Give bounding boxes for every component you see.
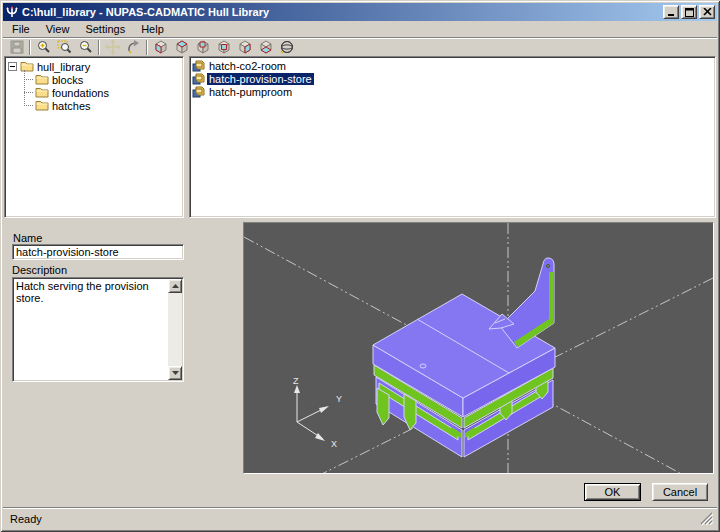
cube-bottom-face-icon: [258, 39, 274, 55]
resize-grip[interactable]: [700, 512, 713, 525]
tree-item-hatches[interactable]: hatches: [24, 99, 183, 112]
menu-view[interactable]: View: [38, 21, 78, 37]
folder-icon: [35, 74, 49, 85]
description-label: Description: [12, 264, 67, 276]
zoom-out-icon: [78, 39, 94, 55]
toolbar: [3, 38, 717, 56]
axis-y-label: Y: [336, 394, 342, 404]
list-item-hatch-pumproom[interactable]: hatch-pumproom: [192, 85, 715, 98]
list-item-label: hatch-co2-room: [207, 60, 288, 72]
name-input[interactable]: [12, 244, 184, 260]
view-iso-button[interactable]: [276, 39, 297, 56]
axis-x-label: X: [331, 439, 337, 449]
tree-item-label: hatches: [52, 100, 91, 112]
statusbar: Ready: [3, 507, 717, 529]
app-icon: [5, 5, 19, 19]
zoom-window-icon: [57, 39, 73, 55]
list-item-label: hatch-provision-store: [207, 73, 314, 85]
rotate-button[interactable]: [123, 39, 144, 56]
zoom-in-button[interactable]: [33, 39, 54, 56]
bottom-face: [258, 39, 274, 55]
zoom-out-button[interactable]: [75, 39, 96, 56]
scroll-up-button[interactable]: [168, 279, 182, 293]
list-item-label: hatch-pumproom: [207, 86, 294, 98]
cube-back-face-icon: [195, 39, 211, 55]
left-face: [153, 39, 169, 55]
tree-item-label: hull_library: [37, 61, 90, 73]
back-face: [195, 39, 211, 55]
viewport-canvas: Z Y X: [244, 223, 713, 473]
pan-icon: [105, 39, 121, 55]
toolbar-separator: [29, 40, 31, 55]
cube-front-face-icon: [216, 39, 232, 55]
view-top-button[interactable]: [171, 39, 192, 56]
tree-item-root[interactable]: hull_library: [8, 60, 183, 73]
toolbar-separator: [98, 40, 100, 55]
menu-help[interactable]: Help: [133, 21, 172, 37]
application-window: { "window": { "title": "C:\\hull_library…: [0, 0, 720, 532]
view-right-button[interactable]: [234, 39, 255, 56]
description-text: Hatch serving the provision store.: [16, 280, 166, 379]
cancel-button[interactable]: Cancel: [652, 483, 708, 501]
menu-file[interactable]: File: [4, 21, 38, 37]
front-face: [216, 39, 232, 55]
list-item-hatch-provision-store[interactable]: hatch-provision-store: [192, 72, 715, 85]
description-field[interactable]: Hatch serving the provision store.: [12, 277, 184, 382]
view-back-button[interactable]: [192, 39, 213, 56]
minimize-button[interactable]: [663, 5, 679, 19]
part-icon: [192, 60, 205, 72]
axis-triad: Z Y X: [293, 376, 342, 449]
titlebar[interactable]: C:\hull_library - NUPAS-CADMATIC Hull Li…: [3, 3, 717, 21]
zoom-window-button[interactable]: [54, 39, 75, 56]
folder-icon: [35, 87, 49, 98]
cube-right-face-icon: [237, 39, 253, 55]
description-scrollbar[interactable]: [168, 279, 182, 380]
scroll-down-button[interactable]: [168, 366, 182, 380]
close-button[interactable]: [699, 5, 715, 19]
cube-top-face-icon: [174, 39, 190, 55]
sphere-icon: [279, 39, 295, 55]
tree-item-label: foundations: [52, 87, 109, 99]
right-face: [237, 39, 253, 55]
viewport-3d[interactable]: Z Y X: [243, 222, 714, 474]
tree-item-label: blocks: [52, 74, 83, 86]
tree-children: blocksfoundationshatches: [24, 73, 183, 112]
cube-left-face-icon: [153, 39, 169, 55]
top-face: [174, 39, 190, 55]
axis-z-label: Z: [293, 376, 299, 386]
maximize-icon: [685, 8, 694, 17]
view-bottom-button[interactable]: [255, 39, 276, 56]
arrow-down-icon: [172, 371, 179, 375]
window-title: C:\hull_library - NUPAS-CADMATIC Hull Li…: [22, 6, 661, 18]
menubar: FileViewSettingsHelp: [3, 21, 717, 38]
collapse-icon[interactable]: [8, 62, 17, 71]
folder-icon: [20, 61, 34, 72]
library-tree-pane: hull_library blocksfoundationshatches: [4, 56, 184, 218]
hatch-model: [373, 258, 555, 457]
pan-button[interactable]: [102, 39, 123, 56]
menu-settings[interactable]: Settings: [77, 21, 133, 37]
status-text: Ready: [10, 513, 42, 525]
save-button[interactable]: [6, 39, 27, 56]
maximize-button[interactable]: [681, 5, 697, 19]
minimize-icon: [667, 8, 676, 17]
part-icon: [192, 86, 205, 98]
zoom-in-icon: [36, 39, 52, 55]
item-list-pane: hatch-co2-roomhatch-provision-storehatch…: [189, 56, 716, 218]
folder-icon: [35, 100, 49, 111]
toolbar-separator: [146, 40, 148, 55]
list-item-hatch-co2-room[interactable]: hatch-co2-room: [192, 59, 715, 72]
close-icon: [703, 8, 712, 16]
floppy-icon: [9, 39, 25, 55]
name-label: Name: [13, 232, 42, 244]
tree-item-blocks[interactable]: blocks: [24, 73, 183, 86]
rotate-icon: [126, 39, 142, 55]
view-left-button[interactable]: [213, 39, 234, 56]
ok-button[interactable]: OK: [584, 483, 641, 501]
view-front-button[interactable]: [150, 39, 171, 56]
arrow-up-icon: [172, 284, 179, 288]
tree-item-foundations[interactable]: foundations: [24, 86, 183, 99]
part-icon: [192, 73, 205, 85]
